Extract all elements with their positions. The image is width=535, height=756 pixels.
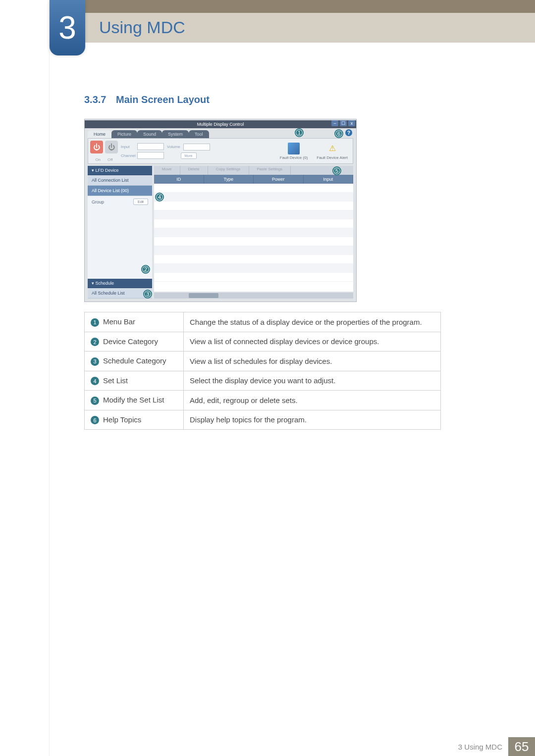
- sidebar-item-all-device[interactable]: All Device List (00): [88, 186, 152, 196]
- legend-desc: Select the display device you want to ad…: [184, 371, 441, 391]
- setlist-actions: Move Delete Copy Settings Paste Settings: [154, 166, 353, 175]
- legend-row: 2Device CategoryView a list of connected…: [85, 332, 441, 352]
- more-button[interactable]: More: [181, 152, 197, 159]
- callout-2: 2: [141, 265, 150, 274]
- setlist-paste[interactable]: Paste Settings: [249, 166, 291, 175]
- setlist-delete[interactable]: Delete: [180, 166, 208, 175]
- legend-table: 1Menu BarChange the status of a display …: [84, 312, 441, 430]
- chapter-title: Using MDC: [99, 18, 185, 37]
- tab-home[interactable]: Home: [88, 130, 111, 138]
- app-screenshot: Multiple Display Control – ☐ x Home Pict…: [84, 119, 357, 302]
- maximize-icon[interactable]: ☐: [340, 120, 347, 126]
- sidebar-header-lfd[interactable]: ▾ LFD Device: [88, 166, 152, 175]
- callout-4: 4: [155, 193, 164, 202]
- setlist-copy[interactable]: Copy Settings: [208, 166, 249, 175]
- page-footer: 3 Using MDC 65: [50, 737, 535, 756]
- minimize-icon[interactable]: –: [331, 120, 338, 126]
- volume-label: Volume: [167, 145, 182, 149]
- setlist-move[interactable]: Move: [154, 166, 180, 175]
- legend-row: 3Schedule CategoryView a list of schedul…: [85, 352, 441, 371]
- power-on-button[interactable]: ⏻: [90, 141, 103, 153]
- callout-5: 5: [332, 166, 341, 175]
- legend-desc: Add, edit, regroup or delete sets.: [184, 391, 441, 410]
- callout-6: 6: [334, 129, 343, 138]
- legend-name: Set List: [103, 376, 128, 385]
- power-on-label: On: [95, 157, 101, 162]
- sidebar-group-label: Group: [92, 200, 104, 204]
- edit-group-button[interactable]: Edit: [133, 199, 148, 205]
- power-off-button[interactable]: ⏻: [105, 141, 118, 153]
- legend-name: Schedule Category: [103, 356, 166, 365]
- sidebar-item-all-connection[interactable]: All Connection List: [88, 175, 152, 186]
- legend-row: 5Modify the Set ListAdd, edit, regroup o…: [85, 391, 441, 410]
- tab-system[interactable]: System: [162, 130, 189, 138]
- col-id[interactable]: ID: [154, 175, 204, 184]
- legend-desc: View a list of schedules for display dev…: [184, 352, 441, 371]
- col-type[interactable]: Type: [204, 175, 254, 184]
- chapter-number-badge: 3: [50, 0, 85, 55]
- window-title: Multiple Display Control: [85, 120, 356, 128]
- channel-label: Channel: [121, 153, 136, 158]
- grid-header: ID Type Power Input: [154, 175, 353, 184]
- col-input[interactable]: Input: [304, 175, 354, 184]
- section-title: Main Screen Layout: [116, 94, 210, 105]
- legend-name: Menu Bar: [103, 317, 135, 326]
- sidebar-item-all-schedule[interactable]: All Schedule List: [88, 288, 152, 299]
- callout-1: 1: [295, 128, 304, 137]
- callout-3: 3: [143, 290, 152, 299]
- close-icon[interactable]: x: [348, 120, 355, 126]
- legend-row: 1Menu BarChange the status of a display …: [85, 312, 441, 332]
- tab-picture[interactable]: Picture: [111, 130, 137, 138]
- legend-name: Modify the Set List: [103, 396, 164, 404]
- tab-sound[interactable]: Sound: [137, 130, 162, 138]
- section-number: 3.3.7: [84, 94, 106, 105]
- footer-label: 3 Using MDC: [458, 737, 508, 756]
- legend-desc: Display help topics for the program.: [184, 410, 441, 430]
- side-panel: ▾ LFD Device All Connection List All Dev…: [88, 166, 152, 299]
- power-off-label: Off: [107, 157, 113, 162]
- fault-device-count[interactable]: Fault Device (0): [277, 142, 311, 161]
- input-label: Input: [121, 145, 136, 149]
- fault-device-alert[interactable]: ⚠ Fault Device Alert: [314, 142, 351, 161]
- col-power[interactable]: Power: [254, 175, 304, 184]
- toolbar: ⏻ ⏻ On Off Input Channel Volume More Fau…: [88, 138, 353, 164]
- channel-stepper[interactable]: [137, 152, 164, 159]
- footer-page-number: 65: [508, 737, 535, 756]
- legend-name: Help Topics: [103, 415, 141, 424]
- legend-desc: Change the status of a display device or…: [184, 312, 441, 332]
- legend-desc: View a list of connected display devices…: [184, 332, 441, 352]
- help-icon[interactable]: ?: [345, 129, 352, 136]
- legend-row: 4Set ListSelect the display device you w…: [85, 371, 441, 391]
- window-controls: – ☐ x: [331, 120, 355, 126]
- grid-body[interactable]: [154, 184, 353, 292]
- volume-slider[interactable]: [183, 144, 210, 151]
- horizontal-scrollbar[interactable]: [154, 293, 353, 299]
- tab-tool[interactable]: Tool: [189, 130, 209, 138]
- input-dropdown[interactable]: [137, 143, 164, 150]
- sidebar-header-schedule[interactable]: ▾ Schedule: [88, 279, 152, 288]
- legend-name: Device Category: [103, 337, 158, 346]
- legend-row: 6Help TopicsDisplay help topics for the …: [85, 410, 441, 430]
